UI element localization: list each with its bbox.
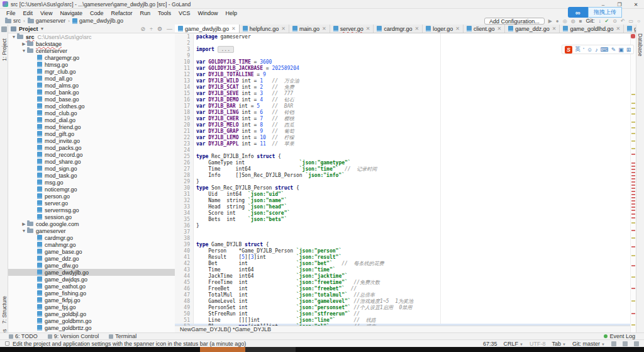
- menu-item-file[interactable]: File: [3, 10, 19, 16]
- code-line[interactable]: 17var DYJLB_BAR int = 5 // BAR: [175, 103, 636, 110]
- error-stripe-mark[interactable]: [631, 113, 635, 115]
- error-stripe-mark[interactable]: [631, 140, 635, 142]
- code-line[interactable]: 15var DYJLB_SEVE int = 3 // 777: [175, 91, 636, 97]
- voice-input-icon[interactable]: ♪: [595, 47, 598, 53]
- code-line[interactable]: 33 Head string `json:"head"`: [175, 204, 636, 210]
- code-line[interactable]: 41 Result [5][3]int `json:"result"`: [175, 254, 636, 261]
- tree-row[interactable]: game_ddz.go: [8, 255, 175, 262]
- tree-row[interactable]: mod_record.go: [8, 151, 175, 158]
- code-line[interactable]: 45 FreeTime int `json:"freetime"` //免费次数: [175, 280, 636, 286]
- collapse-arrow-icon[interactable]: ▼: [11, 35, 17, 39]
- editor-tab-game_dwdyjlb-go[interactable]: game_dwdyjlb.go✕: [175, 25, 240, 33]
- tree-row[interactable]: mod_bank.go: [8, 89, 175, 96]
- tree-row[interactable]: mod_share.go: [8, 158, 175, 165]
- tab-close-icon[interactable]: ✕: [616, 26, 620, 31]
- error-stripe-mark[interactable]: [631, 222, 635, 224]
- code-line[interactable]: 22var DYJLB_LEMO int = 10 // 柠檬: [175, 135, 636, 141]
- error-stripe-mark[interactable]: [631, 169, 635, 170]
- menu-item-navigate[interactable]: Navigate: [56, 10, 86, 16]
- code-line[interactable]: 1package gameserver: [175, 34, 636, 40]
- code-line[interactable]: 37: [175, 229, 636, 236]
- error-stripe-mark[interactable]: [631, 154, 635, 155]
- status-message[interactable]: Edit the project and application setting…: [13, 341, 246, 347]
- code-line[interactable]: 10var GOLDDYJLB_TIME = 3600: [175, 59, 636, 65]
- tree-row[interactable]: msg.go: [8, 179, 175, 186]
- tab-close-icon[interactable]: ✕: [415, 26, 419, 31]
- coverage-icon[interactable]: ◎: [563, 18, 567, 24]
- collapse-arrow-icon[interactable]: ▼: [21, 48, 27, 53]
- rollback-icon[interactable]: ↶: [621, 18, 625, 24]
- tree-row[interactable]: ▼centerserver: [8, 47, 175, 54]
- error-stripe-mark[interactable]: [631, 108, 635, 109]
- error-stripe-mark[interactable]: [631, 265, 635, 266]
- error-stripe-mark[interactable]: [631, 200, 635, 202]
- tree-row[interactable]: htmsg.go: [8, 61, 175, 68]
- layout-icon[interactable]: ▭: [629, 18, 634, 24]
- tree-row[interactable]: mod_club.go: [8, 110, 175, 116]
- code-line[interactable]: 51 Line [][]int `json:"line"` // 线路: [175, 317, 636, 324]
- tree-row[interactable]: mod_gift.go: [8, 130, 175, 137]
- tree-row[interactable]: game_eathot.go: [8, 283, 175, 290]
- locate-file-icon[interactable]: ⊘: [140, 26, 145, 32]
- error-stripe-mark[interactable]: [631, 230, 635, 231]
- error-stripe-mark[interactable]: [631, 148, 635, 149]
- expand-arrow-icon[interactable]: ▶: [21, 222, 27, 227]
- error-stripe-mark[interactable]: [631, 217, 635, 219]
- close-button[interactable]: ✕: [628, 0, 644, 9]
- code-line[interactable]: 13var DYJLB_WILD int = 1 // 万金油: [175, 78, 636, 84]
- tree-row[interactable]: ▼srcC:\Users\ASus\go\src: [8, 33, 175, 40]
- tree-row[interactable]: game_goldbjl.go: [8, 310, 175, 317]
- taskbar-app-orange[interactable]: [200, 347, 245, 352]
- error-stripe-mark[interactable]: [631, 288, 635, 289]
- code-line[interactable]: 16var DYJLB_DEMO int = 4 // 钻石: [175, 97, 636, 103]
- editor-tab-server-go[interactable]: server.go✕: [330, 25, 374, 33]
- memory-indicator-icon[interactable]: [634, 341, 639, 346]
- breadcrumb-item[interactable]: src: [5, 18, 21, 24]
- cloud-upload-icon[interactable]: ∞: [568, 7, 588, 18]
- code-line[interactable]: 27 Time int64 `json:"time"` // 记录时间: [175, 166, 636, 173]
- tree-row[interactable]: server.go: [8, 200, 175, 207]
- tree-row[interactable]: session.go: [8, 213, 175, 220]
- code-line[interactable]: 35 Bets int `json:"bets"`: [175, 217, 636, 223]
- tree-row[interactable]: mod_alms.go: [8, 82, 175, 89]
- error-stripe-mark[interactable]: [631, 194, 635, 195]
- skin-icon[interactable]: ▣: [618, 47, 624, 53]
- tree-row[interactable]: ▶backstage: [8, 40, 175, 47]
- project-toolwindow-icon[interactable]: [1, 26, 7, 32]
- tree-row[interactable]: mod_invite.go: [8, 137, 175, 144]
- toolwindow-event-log[interactable]: Event Log: [604, 333, 635, 339]
- expand-arrow-icon[interactable]: ▶: [21, 42, 27, 47]
- tree-row[interactable]: cardmgr.go: [8, 234, 175, 241]
- editor-tab-loger-go[interactable]: loger.go✕: [423, 25, 464, 33]
- toolwindow-version-control[interactable]: 9: Version Control: [48, 333, 99, 339]
- code-line[interactable]: 18var DYJLB_LING int = 6 // 铃铛: [175, 110, 636, 116]
- code-line[interactable]: 21var DYJLB_GRAP int = 9 // 葡萄: [175, 128, 636, 135]
- code-line[interactable]: 26 GameType int `json:"gametype"`: [175, 160, 636, 166]
- error-stripe-mark[interactable]: [631, 300, 635, 302]
- history-icon[interactable]: ⊙: [613, 18, 617, 24]
- tree-row[interactable]: game_goldbmn.go: [8, 317, 175, 324]
- tab-close-icon[interactable]: ✕: [281, 26, 286, 31]
- language-toggle-icon[interactable]: 英: [575, 45, 580, 54]
- menu-item-view[interactable]: View: [36, 10, 56, 16]
- code-line[interactable]: 34 Score int `json:"score"`: [175, 210, 636, 217]
- lock-icon[interactable]: [611, 341, 616, 346]
- tree-row[interactable]: cmahmgr.go: [8, 241, 175, 248]
- tree-row[interactable]: mod_task.go: [8, 172, 175, 179]
- error-stripe-mark[interactable]: [631, 188, 635, 189]
- menu-item-edit[interactable]: Edit: [19, 10, 37, 16]
- menu-item-refactor[interactable]: Refactor: [107, 10, 136, 16]
- error-stripe-mark[interactable]: [631, 127, 635, 128]
- editor-tab-game_goldlhd-go[interactable]: game_goldlhd.go✕: [560, 25, 624, 33]
- tree-row[interactable]: game_fkfpj.go: [8, 297, 175, 304]
- tree-row[interactable]: mod_clothes.go: [8, 103, 175, 110]
- code-line[interactable]: 31 Uid int64 `json:"uid"`: [175, 191, 636, 198]
- editor-tab-cardmgr-go[interactable]: cardmgr.go✕: [374, 25, 423, 33]
- error-stripe-mark[interactable]: [631, 276, 635, 278]
- code-line[interactable]: 46 FreeBet int `json:"freebet"` //: [175, 286, 636, 292]
- toolwindow-database-label[interactable]: Database: [637, 33, 643, 56]
- tree-row[interactable]: ▼gameserver: [8, 227, 175, 234]
- code-editor[interactable]: 1package gameserver23import ... 910var G…: [175, 33, 636, 332]
- symbols-icon[interactable]: ’: [583, 47, 584, 53]
- code-line[interactable]: 24: [175, 147, 636, 154]
